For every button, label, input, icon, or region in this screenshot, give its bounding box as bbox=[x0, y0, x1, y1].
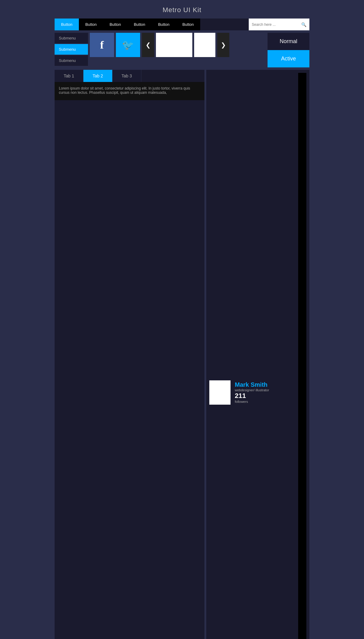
nav-search: 🔍 bbox=[249, 19, 309, 30]
profile-avatar bbox=[209, 380, 231, 405]
white-box bbox=[156, 33, 192, 57]
chevron-left-box[interactable]: ❮ bbox=[142, 33, 154, 57]
tab-1[interactable]: Tab 2 bbox=[83, 70, 112, 82]
profile-followers: 211 bbox=[235, 392, 298, 400]
search-input[interactable] bbox=[252, 22, 301, 27]
twitter-icon[interactable]: 🐦 bbox=[116, 33, 140, 57]
search-icon: 🔍 bbox=[301, 22, 306, 27]
submenu-item-1[interactable]: Submenu bbox=[55, 44, 88, 55]
nav-btn-1[interactable]: Button bbox=[79, 19, 103, 30]
tab-content: Lorem ipsum dolor sit amet, consectetur … bbox=[55, 82, 204, 100]
state-buttons: Normal Active bbox=[268, 33, 309, 67]
page-wrapper: Metro UI Kit Button Button Button Button… bbox=[0, 0, 364, 639]
nav-btn-5[interactable]: Button bbox=[176, 19, 200, 30]
middle-row: Submenu Submenu Submenu f 🐦 ❮ ❯ bbox=[55, 33, 309, 67]
tabs-bar: Tab 1 Tab 2 Tab 3 bbox=[55, 70, 204, 82]
chevron-right-box[interactable]: ❯ bbox=[217, 33, 229, 57]
profile-followers-label: followers bbox=[235, 400, 298, 403]
main-container: Button Button Button Button Button Butto… bbox=[55, 19, 309, 639]
active-button[interactable]: Active bbox=[268, 50, 309, 67]
social-icons: f 🐦 bbox=[90, 33, 140, 67]
nav-btn-4[interactable]: Button bbox=[152, 19, 176, 30]
profile-role: webdesigner/ illustrator bbox=[235, 388, 298, 392]
nav-btn-3[interactable]: Button bbox=[127, 19, 152, 30]
facebook-icon[interactable]: f bbox=[90, 33, 114, 57]
submenu-item-0[interactable]: Submenu bbox=[55, 33, 88, 43]
page-title: Metro UI Kit bbox=[0, 0, 364, 19]
nav-btn-2[interactable]: Button bbox=[103, 19, 127, 30]
profile-info: Mark Smith webdesigner/ illustrator 211 … bbox=[235, 381, 298, 403]
profile-card: Mark Smith webdesigner/ illustrator 211 … bbox=[206, 70, 309, 639]
tabs-section: Tab 1 Tab 2 Tab 3 Lorem ipsum dolor sit … bbox=[55, 70, 204, 639]
follow-button[interactable]: FOLLOW bbox=[298, 73, 306, 639]
submenu-item-2[interactable]: Submenu bbox=[55, 55, 88, 66]
profile-name: Mark Smith bbox=[235, 381, 298, 388]
tab-2[interactable]: Tab 3 bbox=[113, 70, 141, 82]
small-box bbox=[194, 33, 215, 57]
nav-btn-0[interactable]: Button bbox=[55, 19, 79, 30]
normal-button[interactable]: Normal bbox=[268, 33, 309, 50]
nav-bar: Button Button Button Button Button Butto… bbox=[55, 19, 309, 30]
tab-0[interactable]: Tab 1 bbox=[55, 70, 83, 82]
tabs-profile-row: Tab 1 Tab 2 Tab 3 Lorem ipsum dolor sit … bbox=[55, 70, 309, 639]
submenu-list: Submenu Submenu Submenu bbox=[55, 33, 88, 67]
